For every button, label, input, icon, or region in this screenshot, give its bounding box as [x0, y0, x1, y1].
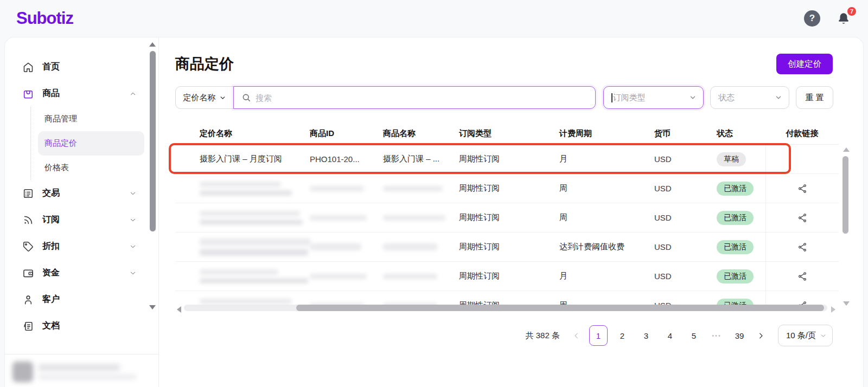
pagination: 共 382 条12345•••3910 条/页: [526, 324, 833, 347]
cell-currency: USD: [654, 213, 717, 222]
cell-pricing-name: [200, 269, 310, 283]
sidebar-item-docs[interactable]: 文档: [5, 313, 158, 339]
cell-status: 已激活: [717, 269, 765, 283]
pagination-page-39[interactable]: 39: [730, 325, 749, 346]
avatar: [12, 362, 33, 382]
table-row[interactable]: 周期性订阅周USD已激活: [175, 203, 839, 233]
sidebar-item-product-management[interactable]: 商品管理: [38, 107, 144, 131]
sidebar-scroll-up-icon[interactable]: [149, 42, 156, 47]
cell-product-name: [383, 274, 459, 279]
vscroll-down-icon[interactable]: [843, 301, 850, 306]
table-row[interactable]: 摄影入门课 – 月度订阅PHO101-20...摄影入门课 – ...周期性订阅…: [175, 145, 839, 174]
hscroll-right-icon[interactable]: [831, 306, 835, 313]
cell-pricing-name: 摄影入门课 – 月度订阅: [200, 154, 310, 164]
column-header: 商品名称: [383, 128, 459, 139]
sidebar-item-product-pricing[interactable]: 商品定价: [38, 131, 144, 156]
sidebar-item-customers[interactable]: 客户: [5, 286, 158, 313]
search-input[interactable]: [256, 93, 588, 102]
hscroll-left-icon[interactable]: [177, 306, 181, 313]
sidebar-item-price-list[interactable]: 价格表: [38, 156, 144, 180]
status-badge: 已激活: [717, 269, 754, 283]
redacted-text: [200, 211, 300, 216]
sidebar-item-label: 折扣: [42, 241, 60, 252]
status-badge: 已激活: [717, 182, 754, 196]
cell-status: 已激活: [717, 211, 765, 225]
user-profile[interactable]: [12, 359, 145, 384]
column-header: 货币: [654, 128, 717, 139]
cell-payment-link: [765, 203, 839, 232]
pagination-next-icon[interactable]: [754, 326, 768, 345]
top-actions: ? 7: [804, 10, 852, 27]
sidebar-item-subscriptions[interactable]: 订阅: [5, 207, 158, 233]
notifications-button[interactable]: 7: [835, 10, 852, 27]
redacted-text: [310, 274, 367, 279]
status-badge: 草稿: [717, 152, 746, 166]
share-icon[interactable]: [797, 212, 808, 223]
cell-product-id: PHO101-20...: [310, 154, 383, 164]
sidebar-item-label: 文档: [42, 320, 60, 332]
sidebar-scrollbar[interactable]: [150, 51, 156, 231]
table-row[interactable]: 周期性订阅周USD已激活: [175, 174, 839, 203]
vscroll-up-icon[interactable]: [843, 147, 850, 152]
column-header: 状态: [717, 128, 765, 139]
page-size-select[interactable]: 10 条/页: [778, 325, 833, 346]
column-header: 付款链接: [765, 122, 839, 144]
cell-billing-cycle: 月: [559, 154, 654, 164]
cell-currency: USD: [654, 154, 717, 164]
redacted-text: [310, 186, 364, 191]
vscroll-thumb[interactable]: [843, 156, 848, 234]
pagination-page-2[interactable]: 2: [613, 325, 631, 346]
cell-pricing-name: [200, 182, 310, 196]
pagination-page-5[interactable]: 5: [685, 325, 703, 346]
search-box[interactable]: [233, 86, 596, 109]
redacted-text: [200, 269, 278, 275]
pagination-page-1[interactable]: 1: [589, 325, 608, 346]
sidebar-item-home[interactable]: 首页: [5, 54, 158, 80]
cell-status: 草稿: [717, 152, 765, 166]
chevron-down-icon: [129, 190, 137, 197]
sidebar-item-transactions[interactable]: 交易: [5, 180, 158, 207]
filter-field-label: 定价名称: [183, 93, 216, 103]
column-header: 商品ID: [310, 128, 383, 139]
cell-product-name: [383, 243, 459, 250]
sidebar-item-products[interactable]: 商品: [5, 80, 158, 107]
redacted-text: [200, 299, 292, 304]
cell-currency: USD: [654, 184, 717, 193]
redacted-text: [383, 274, 437, 279]
subscription-type-select[interactable]: 订阅类型: [603, 86, 704, 109]
text-cursor: [611, 93, 612, 102]
share-icon[interactable]: [797, 271, 808, 282]
cell-product-id: [310, 215, 383, 221]
sidebar-item-discounts[interactable]: 折扣: [5, 233, 158, 260]
cell-payment-link: [765, 233, 839, 261]
sidebar-item-label: 客户: [42, 294, 60, 305]
share-icon[interactable]: [797, 242, 808, 253]
pagination-total: 共 382 条: [526, 331, 560, 341]
table-row[interactable]: 周期性订阅周USD已激活: [175, 291, 839, 305]
pagination-page-3[interactable]: 3: [637, 325, 655, 346]
reset-button[interactable]: 重 置: [796, 86, 833, 109]
sidebar: 首页商品商品管理商品定价价格表交易订阅折扣资金客户文档: [5, 37, 159, 387]
hscroll-thumb[interactable]: [296, 305, 824, 311]
sidebar-scroll-down-icon[interactable]: [149, 305, 156, 309]
table-row[interactable]: 周期性订阅达到计费阈值收费USD已激活: [175, 233, 839, 262]
table-row[interactable]: 周期性订阅月USD已激活: [175, 262, 839, 291]
app-logo: Subotiz: [16, 9, 73, 28]
status-select[interactable]: 状态: [710, 86, 789, 109]
sidebar-item-label: 资金: [42, 267, 60, 279]
cell-subscription-type: 周期性订阅: [459, 212, 559, 223]
pagination-page-4[interactable]: 4: [661, 325, 679, 346]
cell-product-name: [383, 215, 459, 221]
sidebar-item-funds[interactable]: 资金: [5, 260, 158, 286]
help-icon[interactable]: ?: [804, 10, 820, 27]
pagination-prev-icon[interactable]: [570, 326, 584, 345]
share-icon[interactable]: [797, 183, 808, 194]
cell-payment-link: [765, 262, 839, 291]
cell-status: 已激活: [717, 182, 765, 196]
redacted-text: [310, 215, 367, 221]
cell-pricing-name: [200, 238, 310, 256]
filter-field-select[interactable]: 定价名称: [175, 86, 234, 109]
redacted-text: [200, 190, 292, 196]
cell-currency: USD: [654, 272, 717, 281]
create-pricing-button[interactable]: 创建定价: [776, 54, 833, 74]
